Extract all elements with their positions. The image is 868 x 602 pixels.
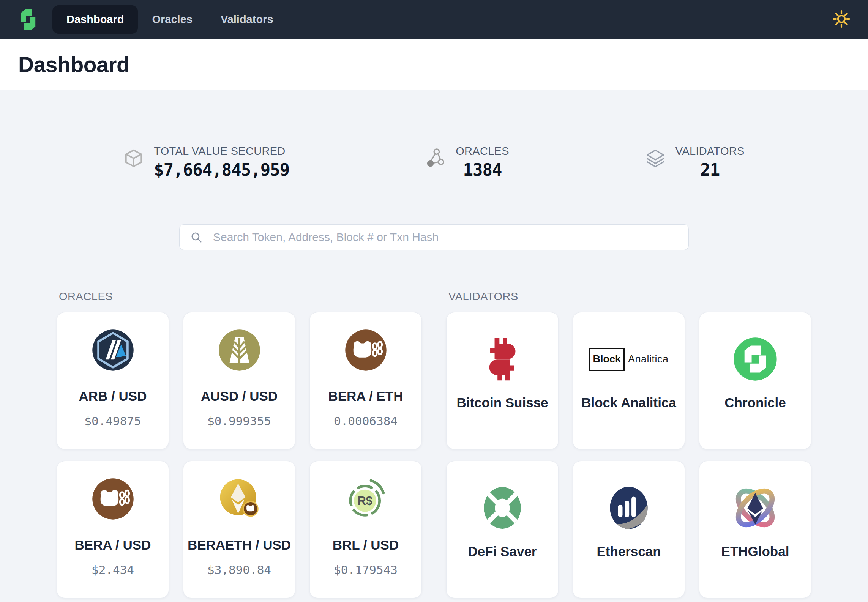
bitcoin-suisse-icon [478, 330, 527, 388]
pair-label: BERAETH / USD [188, 537, 291, 553]
defi-saver-icon [479, 479, 526, 537]
block-analitica-logo-light: Analitica [628, 353, 669, 365]
nav-tab-oracles[interactable]: Oracles [138, 5, 206, 34]
validators-count-value: 21 [700, 160, 720, 180]
sun-icon [832, 10, 851, 29]
arbitrum-icon [92, 328, 134, 372]
theme-toggle-button[interactable] [831, 9, 852, 30]
oracles-section-label: ORACLES [59, 290, 422, 303]
nodes-icon [425, 148, 446, 169]
validator-card-ethglobal[interactable]: ETHGlobal [699, 461, 811, 598]
validators-count-label: VALIDATORS [675, 145, 745, 158]
beraeth-icon [218, 477, 261, 521]
validator-name: Bitcoin Suisse [456, 395, 548, 410]
layers-icon [645, 148, 666, 169]
pair-label: BRL / USD [333, 537, 399, 553]
pair-price: 0.0006384 [334, 414, 398, 428]
block-analitica-icon: Block Analitica [589, 330, 668, 388]
pair-price: $3,890.84 [207, 563, 271, 577]
pair-label: BERA / ETH [328, 389, 403, 404]
oracles-grid: ARB / USD $0.49875 [57, 312, 422, 598]
stat-oracles-count: ORACLES 1384 [425, 145, 509, 180]
top-navbar: Dashboard Oracles Validators [0, 0, 868, 39]
nav-tab-dashboard[interactable]: Dashboard [52, 5, 138, 34]
validator-card-bitcoin-suisse[interactable]: Bitcoin Suisse [446, 312, 559, 449]
tvs-label: TOTAL VALUE SECURED [154, 145, 289, 158]
oracle-card-ausd-usd[interactable]: AUSD / USD $0.999355 [183, 312, 295, 449]
page-title: Dashboard [18, 52, 129, 77]
cube-icon [123, 148, 144, 169]
validators-section: VALIDATORS Bitcoin Suisse [446, 290, 811, 598]
oracle-card-bera-eth[interactable]: BERA / ETH 0.0006384 [309, 312, 422, 449]
oracles-count-value: 1384 [463, 160, 502, 180]
validator-card-block-analitica[interactable]: Block Analitica Block Analitica [573, 312, 685, 449]
pair-price: $0.179543 [334, 563, 398, 577]
validators-section-label: VALIDATORS [448, 290, 811, 303]
oracle-card-bera-usd[interactable]: BERA / USD $2.434 [57, 461, 169, 598]
pair-label: BERA / USD [75, 537, 151, 553]
ausd-icon [218, 328, 261, 372]
stat-total-value-secured: TOTAL VALUE SECURED $7,664,845,959 [123, 145, 289, 180]
bera-icon [92, 477, 134, 521]
oracle-card-beraeth-usd[interactable]: BERAETH / USD $3,890.84 [183, 461, 295, 598]
bera-icon [344, 328, 387, 372]
search-input[interactable] [179, 224, 689, 250]
pair-label: ARB / USD [79, 389, 147, 404]
oracle-card-arb-usd[interactable]: ARB / USD $0.49875 [57, 312, 169, 449]
search-bar [179, 224, 689, 250]
pair-price: $0.999355 [207, 414, 271, 428]
pair-price: $2.434 [92, 563, 134, 577]
oracle-card-brl-usd[interactable]: R$ BRL / USD $0.179543 [309, 461, 422, 598]
validator-name: DeFi Saver [468, 544, 537, 559]
svg-text:R$: R$ [357, 494, 372, 507]
oracles-section: ORACLES ARB / USD $0.49875 [57, 290, 422, 598]
block-analitica-logo-bold: Block [589, 348, 625, 371]
brl-icon: R$ [344, 477, 387, 521]
stats-row: TOTAL VALUE SECURED $7,664,845,959 ORACL… [0, 145, 868, 180]
chronicle-logo[interactable] [16, 8, 40, 32]
chronicle-logo-icon [16, 8, 40, 32]
sections: ORACLES ARB / USD $0.49875 [0, 290, 868, 598]
ethglobal-icon [726, 479, 784, 537]
nav-tab-validators[interactable]: Validators [207, 5, 287, 34]
dashboard-main: TOTAL VALUE SECURED $7,664,845,959 ORACL… [0, 145, 868, 598]
page-header: Dashboard [0, 39, 868, 90]
validators-grid: Bitcoin Suisse Block Analitica Block Ana… [446, 312, 811, 598]
stat-validators-count: VALIDATORS 21 [645, 145, 745, 180]
oracles-count-label: ORACLES [456, 145, 509, 158]
tvs-value: $7,664,845,959 [154, 160, 289, 180]
pair-label: AUSD / USD [201, 389, 278, 404]
search-icon [190, 231, 203, 244]
validator-name: Etherscan [597, 544, 661, 559]
validator-card-defi-saver[interactable]: DeFi Saver [446, 461, 559, 598]
validator-name: Block Analitica [581, 395, 676, 410]
validator-name: ETHGlobal [721, 544, 789, 559]
validator-card-etherscan[interactable]: Etherscan [573, 461, 685, 598]
validator-name: Chronicle [724, 395, 786, 410]
validator-card-chronicle[interactable]: Chronicle [699, 312, 811, 449]
etherscan-icon [606, 479, 651, 537]
chronicle-validator-icon [733, 330, 778, 388]
pair-price: $0.49875 [84, 414, 141, 428]
